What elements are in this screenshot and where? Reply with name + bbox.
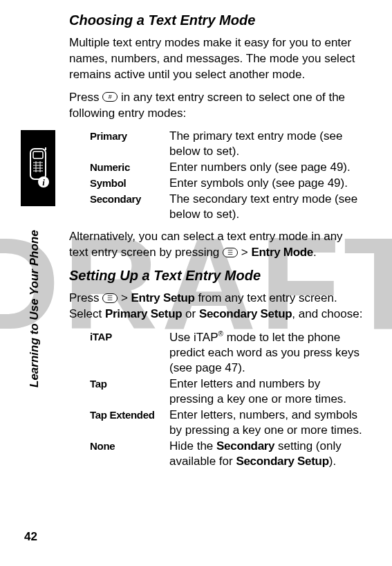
term: Numeric xyxy=(90,160,169,175)
desc: The primary text entry mode (see below t… xyxy=(169,129,364,159)
term: Tap Extended xyxy=(90,408,169,438)
menu-path: Primary Setup xyxy=(105,307,182,320)
table-row: None Hide the Secondary setting (only av… xyxy=(90,439,364,469)
hash-key-icon: # xyxy=(102,92,118,102)
table-row: iTAP Use iTAP® mode to let the phone pre… xyxy=(90,329,364,376)
sidebar: i Learning to Use Your Phone xyxy=(21,0,62,566)
text: Press xyxy=(69,291,102,304)
text: > xyxy=(118,291,131,304)
desc: Use iTAP® mode to let the phone predict … xyxy=(169,329,364,376)
desc: The secondary text entry mode (see below… xyxy=(169,192,364,222)
menu-path: Entry Mode xyxy=(251,246,313,259)
table-row: Tap Enter letters and numbers by pressin… xyxy=(90,376,364,407)
term: iTAP xyxy=(90,329,169,376)
term: Primary xyxy=(90,129,169,159)
modes-table: Primary The primary text entry mode (see… xyxy=(90,129,364,223)
menu-path: Entry Setup xyxy=(131,291,195,304)
registered-mark: ® xyxy=(218,330,223,338)
desc: Enter numbers only (see page 49). xyxy=(169,160,364,175)
text: . xyxy=(313,246,317,259)
text: > xyxy=(238,246,251,259)
paragraph: Alternatively, you can select a text ent… xyxy=(69,229,364,261)
setup-table: iTAP Use iTAP® mode to let the phone pre… xyxy=(90,329,364,470)
text: , and choose: xyxy=(292,307,362,320)
term: None xyxy=(90,439,169,469)
text: ). xyxy=(329,455,336,468)
paragraph: Press ☰ > Entry Setup from any text entr… xyxy=(69,291,364,322)
table-row: Symbol Enter symbols only (see page 49). xyxy=(90,176,364,191)
heading-setting-up: Setting Up a Text Entry Mode xyxy=(69,268,364,284)
table-row: Tap Extended Enter letters, numbers, and… xyxy=(90,408,364,438)
menu-path: Secondary xyxy=(216,439,274,453)
menu-key-icon: ☰ xyxy=(102,293,118,303)
text: Use iTAP xyxy=(169,331,218,344)
svg-text:i: i xyxy=(42,177,45,188)
desc: Enter letters and numbers by pressing a … xyxy=(169,376,364,407)
menu-path: Secondary Setup xyxy=(199,307,292,320)
phone-info-icon: i xyxy=(21,130,55,206)
svg-rect-1 xyxy=(33,152,43,158)
table-row: Numeric Enter numbers only (see page 49)… xyxy=(90,160,364,175)
term: Symbol xyxy=(90,176,169,191)
text: Hide the xyxy=(169,439,216,453)
table-row: Primary The primary text entry mode (see… xyxy=(90,129,364,159)
desc: Enter letters, numbers, and symbols by p… xyxy=(169,408,364,438)
desc: Enter symbols only (see page 49). xyxy=(169,176,364,191)
term: Tap xyxy=(90,376,169,407)
table-row: Secondary The secondary text entry mode … xyxy=(90,192,364,222)
desc: Hide the Secondary setting (only availab… xyxy=(169,439,364,469)
section-running-head: Learning to Use Your Phone xyxy=(28,230,41,387)
text: Press xyxy=(69,91,102,104)
paragraph: Press # in any text entry screen to sele… xyxy=(69,90,364,122)
paragraph: Multiple text entry modes make it easy f… xyxy=(69,35,364,83)
term: Secondary xyxy=(90,192,169,222)
text: or xyxy=(182,307,199,320)
heading-choosing: Choosing a Text Entry Mode xyxy=(69,12,364,28)
menu-path: Secondary Setup xyxy=(236,455,328,468)
menu-key-icon: ☰ xyxy=(223,248,238,257)
